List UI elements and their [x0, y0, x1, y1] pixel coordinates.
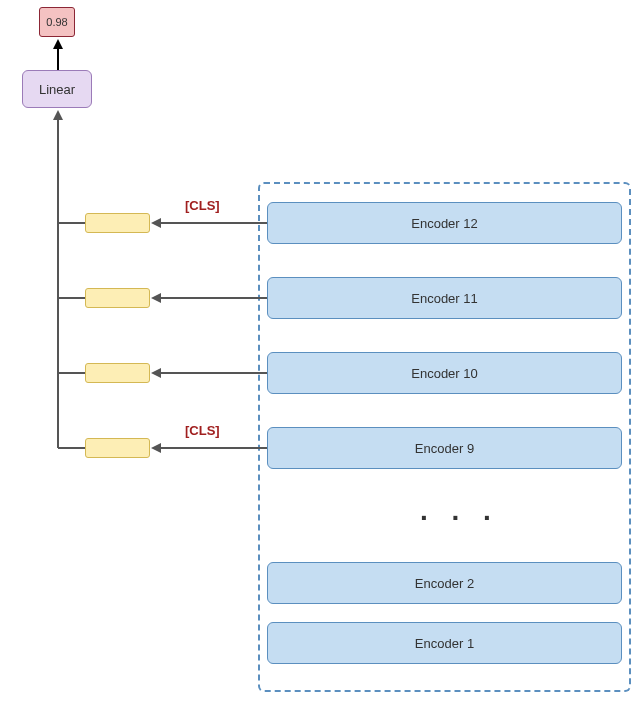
line-yellow10-spine	[58, 372, 85, 374]
arrow-head-enc12	[151, 218, 161, 228]
cls-vector-9	[85, 438, 150, 458]
cls-vector-11	[85, 288, 150, 308]
encoder-1-box: Encoder 1	[267, 622, 622, 664]
encoder-10-label: Encoder 10	[411, 366, 478, 381]
ellipsis-dots: . . .	[420, 495, 499, 527]
encoder-1-label: Encoder 1	[415, 636, 474, 651]
arrow-linear-output	[57, 48, 59, 70]
line-yellow9-spine	[58, 447, 85, 449]
encoder-12-box: Encoder 12	[267, 202, 622, 244]
arrow-enc12-cls	[160, 222, 267, 224]
encoder-9-label: Encoder 9	[415, 441, 474, 456]
cls-vector-10	[85, 363, 150, 383]
line-yellow12-spine	[58, 222, 85, 224]
diagram-canvas: 0.98 Linear Encoder 12 [CLS] Encoder 11 …	[0, 0, 640, 705]
arrow-head-enc10	[151, 368, 161, 378]
cls-label-12: [CLS]	[185, 198, 220, 213]
output-value: 0.98	[46, 16, 67, 28]
arrow-head-linear	[53, 110, 63, 120]
encoder-2-box: Encoder 2	[267, 562, 622, 604]
arrow-enc9-cls	[160, 447, 267, 449]
linear-box: Linear	[22, 70, 92, 108]
encoder-11-box: Encoder 11	[267, 277, 622, 319]
arrow-head-output	[53, 39, 63, 49]
encoder-10-box: Encoder 10	[267, 352, 622, 394]
encoder-11-label: Encoder 11	[411, 291, 478, 306]
arrow-enc10-cls	[160, 372, 267, 374]
output-box: 0.98	[39, 7, 75, 37]
arrow-enc11-cls	[160, 297, 267, 299]
encoder-12-label: Encoder 12	[411, 216, 478, 231]
encoder-9-box: Encoder 9	[267, 427, 622, 469]
cls-vector-12	[85, 213, 150, 233]
linear-label: Linear	[39, 82, 75, 97]
cls-label-9: [CLS]	[185, 423, 220, 438]
arrow-head-enc9	[151, 443, 161, 453]
encoder-2-label: Encoder 2	[415, 576, 474, 591]
line-yellow11-spine	[58, 297, 85, 299]
vertical-spine	[57, 118, 59, 448]
arrow-head-enc11	[151, 293, 161, 303]
